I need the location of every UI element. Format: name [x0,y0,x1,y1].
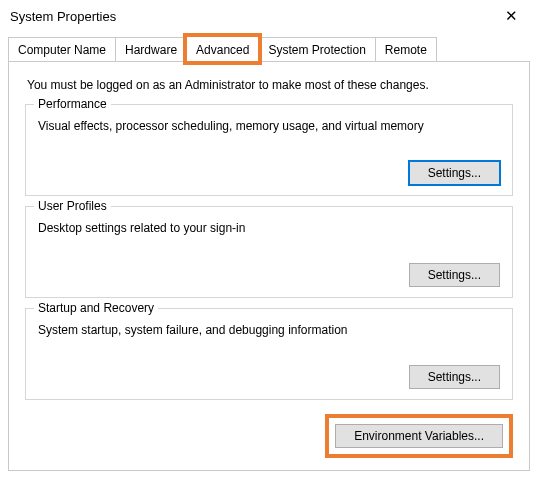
group-user-profiles-btn-row: Settings... [38,263,500,287]
tab-system-protection[interactable]: System Protection [258,37,375,62]
tab-hardware[interactable]: Hardware [115,37,187,62]
tab-row: Computer Name Hardware Advanced System P… [0,34,538,62]
env-var-highlight: Environment Variables... [325,414,513,458]
group-startup-recovery-desc: System startup, system failure, and debu… [38,323,500,337]
startup-recovery-settings-button[interactable]: Settings... [409,365,500,389]
close-icon[interactable]: ✕ [495,3,528,29]
titlebar: System Properties ✕ [0,0,538,34]
env-var-row: Environment Variables... [21,410,517,458]
group-startup-recovery-btn-row: Settings... [38,365,500,389]
group-performance-btn-row: Settings... [38,161,500,185]
window-title: System Properties [10,9,116,24]
tab-computer-name[interactable]: Computer Name [8,37,116,62]
admin-notice: You must be logged on as an Administrato… [27,78,511,92]
group-performance-desc: Visual effects, processor scheduling, me… [38,119,500,133]
group-user-profiles-desc: Desktop settings related to your sign-in [38,221,500,235]
group-user-profiles-title: User Profiles [34,199,111,213]
group-performance-title: Performance [34,97,111,111]
tab-remote[interactable]: Remote [375,37,437,62]
environment-variables-button[interactable]: Environment Variables... [335,424,503,448]
group-user-profiles: User Profiles Desktop settings related t… [25,206,513,298]
group-startup-recovery: Startup and Recovery System startup, sys… [25,308,513,400]
system-properties-window: System Properties ✕ Computer Name Hardwa… [0,0,538,503]
tab-content-advanced: You must be logged on as an Administrato… [8,61,530,471]
tab-advanced[interactable]: Advanced [186,36,259,62]
group-performance: Performance Visual effects, processor sc… [25,104,513,196]
performance-settings-button[interactable]: Settings... [409,161,500,185]
user-profiles-settings-button[interactable]: Settings... [409,263,500,287]
group-startup-recovery-title: Startup and Recovery [34,301,158,315]
